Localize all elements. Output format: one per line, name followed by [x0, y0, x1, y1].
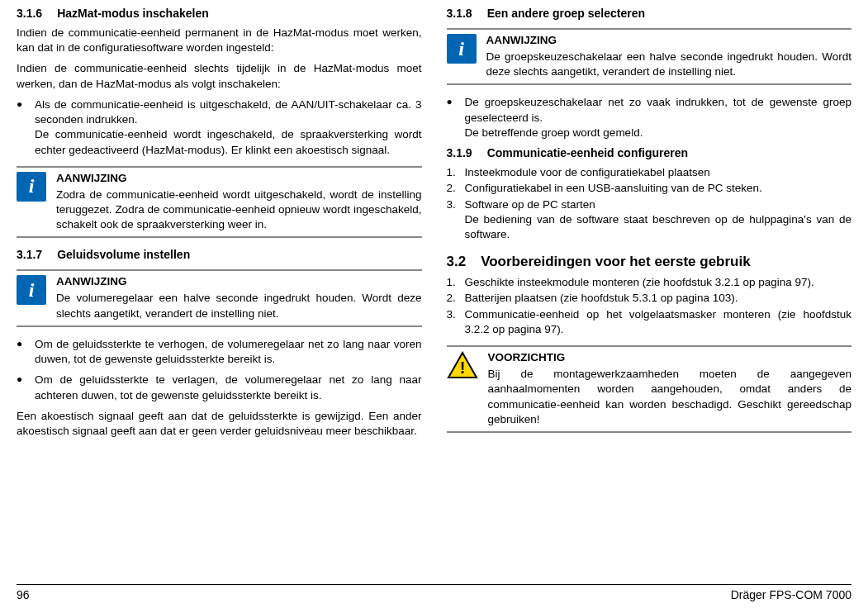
list-item-text: Als de communicatie-eenheid is uitgescha… — [35, 98, 422, 126]
note-text: De groepskeuzeschakelaar een halve secon… — [486, 50, 852, 79]
caution-label: VOORZICHTIG — [488, 351, 852, 363]
list-item: Software op de PC starten De bediening v… — [447, 197, 852, 243]
heading-319: 3.1.9 Communicatie-eenheid configureren — [447, 146, 852, 159]
list-item: Om de geluidssterkte te verhogen, de vol… — [17, 337, 422, 367]
heading-title: Een andere groep selecteren — [487, 7, 645, 20]
list-item: Communicatie-eenheid op het volgelaatsma… — [447, 307, 852, 337]
bullet-list: Als de communicatie-eenheid is uitgescha… — [17, 97, 422, 158]
note-label: AANWIJZING — [486, 34, 852, 46]
heading-number: 3.1.7 — [17, 248, 42, 261]
paragraph: Een akoestisch signaal geeft aan dat de … — [17, 409, 422, 439]
note-content: VOORZICHTIG Bij de montagewerkzaamheden … — [488, 351, 852, 427]
paragraph: Indien de communicatie-eenheid permanent… — [17, 26, 422, 55]
heading-number: 3.2 — [447, 254, 467, 270]
heading-number: 3.1.9 — [447, 146, 472, 159]
list-item-text: De bediening van de software staat besch… — [465, 213, 852, 240]
caution-block: ! VOORZICHTIG Bij de montagewerkzaamhede… — [447, 345, 852, 433]
info-icon: i — [447, 34, 477, 64]
note-block: i AANWIJZING De groepskeuzeschakelaar ee… — [447, 28, 852, 85]
heading-number: 3.1.6 — [17, 7, 42, 20]
page-number: 96 — [17, 588, 30, 601]
heading-316: 3.1.6 HazMat-modus inschakelen — [17, 7, 422, 20]
svg-text:!: ! — [459, 359, 465, 377]
list-item-text: De groepskeuzeschakelaar net zo vaak ind… — [465, 96, 852, 123]
info-icon: i — [17, 275, 46, 305]
list-item: Als de communicatie-eenheid is uitgescha… — [17, 97, 422, 158]
heading-32: 3.2 Voorbereidingen voor het eerste gebr… — [447, 254, 852, 270]
heading-317: 3.1.7 Geluidsvolume instellen — [17, 248, 422, 261]
note-text: Zodra de communicatie-eenheid wordt uitg… — [56, 188, 422, 233]
list-item-text: Software op de PC starten — [465, 198, 595, 211]
left-column: 3.1.6 HazMat-modus inschakelen Indien de… — [17, 7, 422, 444]
info-icon: i — [17, 172, 46, 202]
heading-title: Communicatie-eenheid configureren — [487, 146, 688, 159]
list-item: Geschikte insteekmodule monteren (zie ho… — [447, 275, 852, 290]
heading-318: 3.1.8 Een andere groep selecteren — [447, 7, 852, 20]
bullet-list: Om de geluidssterkte te verhogen, de vol… — [17, 337, 422, 403]
paragraph: Indien de communicatie-eenheid slechts t… — [17, 61, 422, 91]
list-item-text: De communicatie-eenheid wordt ingeschake… — [35, 128, 422, 155]
note-content: AANWIJZING De groepskeuzeschakelaar een … — [486, 34, 852, 79]
note-content: AANWIJZING De volumeregelaar een halve s… — [56, 275, 422, 321]
note-content: AANWIJZING Zodra de communicatie-eenheid… — [56, 172, 422, 233]
heading-title: Geluidsvolume instellen — [57, 248, 190, 261]
heading-title: Voorbereidingen voor het eerste gebruik — [481, 254, 751, 270]
list-item: Configuratiekabel in een USB-aansluiting… — [447, 181, 852, 196]
heading-title: HazMat-modus inschakelen — [57, 7, 209, 20]
note-text: De volumeregelaar een halve seconde inge… — [56, 291, 422, 321]
list-item: Om de geluidssterkte te verlagen, de vol… — [17, 373, 422, 402]
numbered-list: Insteekmodule voor de configuratiekabel … — [447, 165, 852, 242]
bullet-list: De groepskeuzeschakelaar net zo vaak ind… — [447, 95, 852, 140]
product-name: Dräger FPS-COM 7000 — [731, 588, 851, 601]
caution-text: Bij de montagewerkzaamheden moeten de aa… — [488, 367, 852, 427]
note-block: i AANWIJZING Zodra de communicatie-eenhe… — [17, 166, 422, 239]
two-column-layout: 3.1.6 HazMat-modus inschakelen Indien de… — [17, 7, 851, 444]
note-label: AANWIJZING — [56, 172, 422, 184]
list-item: Insteekmodule voor de configuratiekabel … — [447, 165, 852, 180]
heading-number: 3.1.8 — [447, 7, 472, 20]
list-item-text: De betreffende groep wordt gemeld. — [465, 126, 643, 139]
list-item: De groepskeuzeschakelaar net zo vaak ind… — [447, 95, 852, 140]
warning-icon: ! — [447, 351, 478, 379]
right-column: 3.1.8 Een andere groep selecteren i AANW… — [447, 7, 852, 444]
page-footer: 96 Dräger FPS-COM 7000 — [17, 584, 851, 601]
note-block: i AANWIJZING De volumeregelaar een halve… — [17, 269, 422, 326]
numbered-list: Geschikte insteekmodule monteren (zie ho… — [447, 275, 852, 337]
list-item: Batterijen plaatsen (zie hoofdstuk 5.3.1… — [447, 291, 852, 306]
note-label: AANWIJZING — [56, 275, 422, 287]
